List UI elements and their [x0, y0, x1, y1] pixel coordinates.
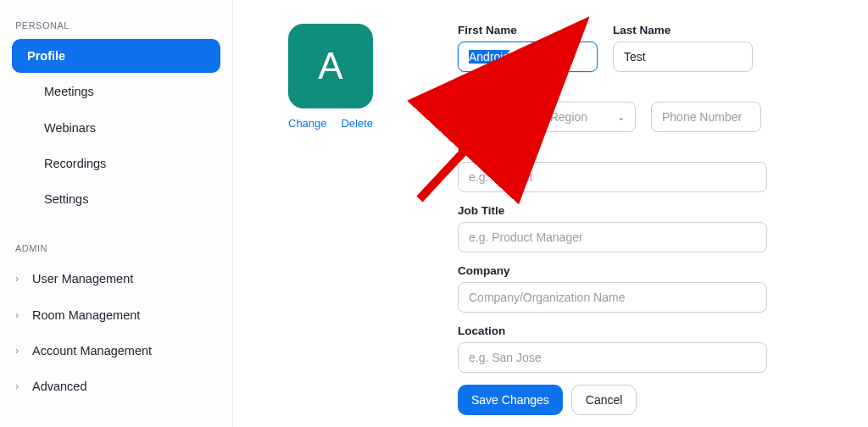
company-label: Company [458, 264, 834, 277]
main-content: A Change Delete First Name Last Name Pho… [233, 0, 868, 427]
chevron-right-icon: › [15, 272, 27, 286]
first-name-input[interactable] [458, 42, 598, 72]
chevron-right-icon: › [15, 344, 27, 358]
location-input[interactable] [458, 342, 767, 373]
phone-label: Phone [458, 84, 834, 97]
sidebar-item-label: Room Management [32, 307, 140, 324]
sidebar: PERSONAL Profile Meetings Webinars Recor… [0, 0, 233, 427]
sidebar-item-meetings[interactable]: Meetings [12, 75, 220, 108]
phone-region-placeholder: Select Country/Region [469, 110, 587, 124]
job-title-input[interactable] [458, 222, 767, 252]
avatar-change-link[interactable]: Change [288, 117, 327, 130]
sidebar-item-label: Webinars [44, 119, 96, 136]
department-label: Department [458, 144, 834, 157]
cancel-button[interactable]: Cancel [571, 385, 637, 415]
job-title-label: Job Title [458, 204, 834, 217]
phone-number-input[interactable] [651, 102, 761, 132]
sidebar-item-advanced[interactable]: › Advanced [0, 369, 232, 403]
first-name-label: First Name [458, 24, 598, 36]
save-button[interactable]: Save Changes [458, 385, 563, 415]
department-input[interactable] [458, 162, 767, 192]
avatar-column: A Change Delete [288, 24, 407, 410]
avatar-initial: A [318, 45, 342, 87]
location-label: Location [458, 324, 834, 337]
profile-form: First Name Last Name Phone Select Countr… [458, 24, 834, 410]
sidebar-header-personal: PERSONAL [0, 8, 232, 37]
sidebar-item-label: Profile [27, 47, 65, 64]
sidebar-item-label: Meetings [44, 83, 94, 100]
chevron-right-icon: › [15, 308, 27, 323]
sidebar-header-admin: ADMIN [0, 231, 232, 260]
sidebar-item-profile[interactable]: Profile [12, 39, 220, 73]
avatar[interactable]: A [288, 24, 373, 108]
sidebar-item-settings[interactable]: Settings [12, 182, 220, 216]
last-name-label: Last Name [613, 24, 753, 36]
sidebar-item-label: Account Management [32, 342, 152, 359]
sidebar-item-webinars[interactable]: Webinars [12, 111, 220, 145]
company-input[interactable] [458, 282, 767, 313]
last-name-input[interactable] [613, 42, 753, 72]
chevron-right-icon: › [15, 380, 27, 394]
sidebar-item-recordings[interactable]: Recordings [12, 147, 220, 180]
sidebar-item-label: Recordings [44, 155, 106, 172]
phone-region-select[interactable]: Select Country/Region ⌄ [458, 102, 636, 132]
sidebar-item-account-management[interactable]: › Account Management [0, 334, 232, 368]
sidebar-item-label: Settings [44, 191, 88, 208]
avatar-actions: Change Delete [288, 117, 373, 130]
sidebar-item-label: Advanced [32, 378, 87, 395]
sidebar-item-room-management[interactable]: › Room Management [0, 298, 232, 332]
sidebar-item-label: User Management [32, 270, 133, 287]
sidebar-item-user-management[interactable]: › User Management [0, 262, 232, 296]
avatar-delete-link[interactable]: Delete [341, 117, 373, 130]
chevron-down-icon: ⌄ [617, 112, 625, 123]
